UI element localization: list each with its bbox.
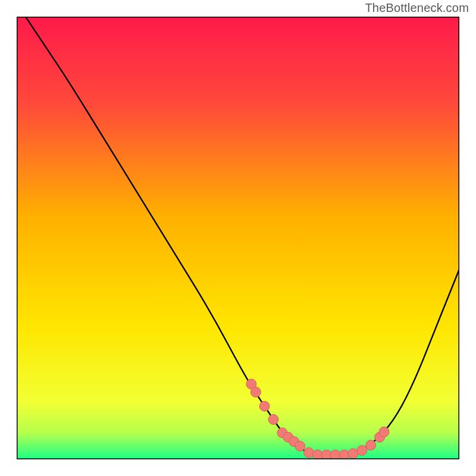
data-point — [304, 447, 314, 458]
data-point — [366, 440, 376, 450]
data-point — [268, 415, 278, 425]
chart-container: TheBottleneck.com — [0, 0, 476, 476]
data-point — [259, 401, 270, 411]
bottleneck-chart — [17, 17, 459, 459]
watermark-text: TheBottleneck.com — [365, 1, 469, 15]
data-point — [250, 387, 261, 397]
gradient-background — [17, 17, 459, 459]
data-point — [339, 450, 349, 459]
data-point — [379, 427, 389, 437]
data-point — [357, 446, 367, 456]
data-point — [295, 441, 305, 451]
plot-area — [17, 17, 459, 459]
